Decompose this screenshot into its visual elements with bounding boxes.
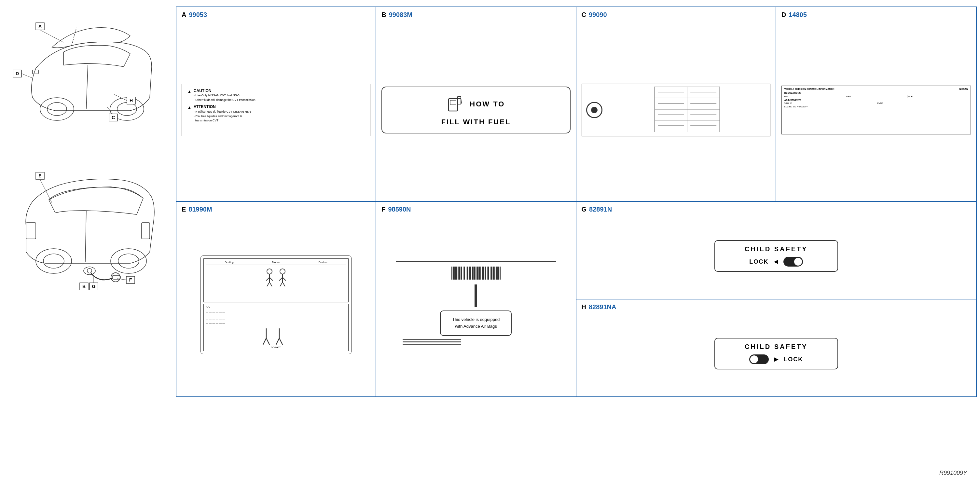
emission-title: VEHICLE EMISSION CONTROL INFORMATION (784, 88, 835, 90)
right-panel: A 99053 ▲ CAUTION - Use Only NISSAN CVT … (172, 0, 980, 483)
emission-evap: EVAP (876, 102, 969, 105)
caution-triangle-1: ▲ (187, 88, 192, 95)
svg-line-68 (283, 277, 286, 281)
sunvisor-top: Seating Motion Feature (204, 259, 348, 302)
svg-rect-98 (485, 267, 486, 280)
caution-line-1: ▲ CAUTION - Use Only NISSAN CVT fluid NS… (187, 88, 365, 103)
emission-row-1: EPA OBD FUEL (783, 95, 969, 98)
svg-rect-101 (490, 267, 490, 280)
cell-c-letter: C (582, 11, 586, 19)
svg-rect-89 (470, 267, 471, 280)
svg-line-70 (283, 282, 285, 286)
airbag-text-1: This vehicle is eqquipped (447, 316, 504, 323)
radio-inner (591, 107, 598, 113)
svg-text:G: G (92, 284, 96, 289)
cell-h-content: CHILD SAFETY ► LOCK (582, 315, 971, 392)
child-safety-label-g: CHILD SAFETY LOCK ◄ (714, 240, 838, 272)
emission-brand: NISSAN (959, 88, 968, 90)
svg-text:A: A (38, 24, 42, 29)
cell-e-content: Seating Motion Feature (181, 217, 371, 392)
svg-rect-87 (467, 267, 468, 280)
cell-a-letter: A (181, 11, 186, 19)
radio-circle (586, 102, 603, 118)
reference-code: R991009Y (939, 470, 967, 477)
emission-engine: ENGINE (784, 106, 792, 108)
label-grid: A 99053 ▲ CAUTION - Use Only NISSAN CVT … (176, 6, 977, 397)
sunvisor-do-text: — — — — — — — — — — — — — — — — — — — — … (206, 310, 346, 325)
sunvisor-bottom: DO: — — — — — — — — — — — — — — — — — — … (204, 303, 348, 351)
cell-c-content (582, 22, 770, 197)
svg-point-1 (47, 103, 67, 116)
cell-h: H 82891NA CHILD SAFETY ► (576, 299, 977, 396)
airbag-line-1 (402, 339, 461, 340)
caution-label: ▲ CAUTION - Use Only NISSAN CVT fluid NS… (181, 84, 371, 136)
svg-rect-6 (33, 70, 38, 74)
cell-b: B 99083M (376, 7, 576, 201)
svg-line-12 (21, 73, 33, 78)
emission-header: VEHICLE EMISSION CONTROL INFORMATION NIS… (783, 87, 969, 91)
sunvisor-label: Seating Motion Feature (200, 256, 352, 354)
svg-rect-91 (474, 267, 475, 280)
cs-lock-row-h: ► LOCK (722, 354, 831, 364)
svg-rect-90 (472, 267, 474, 280)
cell-b-header: B 99083M (382, 11, 570, 19)
svg-rect-97 (483, 267, 484, 280)
svg-line-25 (85, 211, 86, 262)
fuel-how-to-text: HOW TO (470, 100, 505, 108)
svg-rect-104 (495, 267, 495, 280)
cell-d: D 14805 VEHICLE EMISSION CONTROL INFORMA… (776, 7, 976, 201)
svg-point-0 (40, 98, 74, 121)
cell-a-header: A 99053 (181, 11, 371, 19)
svg-point-24 (118, 254, 139, 268)
radio-grid-svg (607, 87, 767, 132)
cell-e: E 81990M Seating Motion Feature (177, 202, 376, 396)
svg-text:B: B (82, 284, 86, 289)
svg-rect-81 (458, 267, 458, 280)
cell-c-header: C 99090 (582, 11, 770, 19)
grid-row-top: A 99053 ▲ CAUTION - Use Only NISSAN CVT … (177, 7, 976, 202)
svg-line-76 (279, 338, 283, 345)
svg-rect-105 (496, 267, 498, 280)
svg-rect-80 (456, 267, 457, 280)
svg-point-27 (87, 269, 92, 273)
cell-e-header: E 81990M (181, 206, 371, 213)
caution-line-2: ▲ ATTENTION - N'utiliser que du liquide … (187, 104, 365, 123)
emission-obd: OBD (845, 95, 907, 98)
cell-c-number: 99090 (589, 11, 607, 19)
cell-f: F 98590N (376, 202, 576, 396)
svg-rect-106 (498, 267, 499, 280)
cell-d-content: VEHICLE EMISSION CONTROL INFORMATION NIS… (781, 22, 971, 197)
emission-label: VEHICLE EMISSION CONTROL INFORMATION NIS… (781, 86, 971, 134)
fuel-top-row: HOW TO (447, 94, 505, 114)
svg-rect-83 (461, 267, 462, 280)
svg-point-59 (267, 269, 272, 274)
svg-line-75 (276, 338, 279, 345)
airbag-line-2 (402, 342, 461, 342)
cell-b-content: HOW TO FILL WITH FUEL (382, 22, 570, 197)
svg-rect-82 (459, 267, 460, 280)
car-svg-2: E F B G (6, 151, 163, 294)
svg-text:E: E (38, 173, 41, 178)
sunvisor-col2: Motion (253, 261, 299, 264)
airbag-text-2: with Advance Air Bags (447, 323, 504, 330)
svg-point-21 (36, 249, 72, 273)
cell-h-header: H 82891NA (582, 303, 971, 311)
main-container: A D H C (0, 0, 980, 483)
sunvisor-person-svg (263, 267, 289, 287)
cell-g-header: G 82891N (582, 206, 971, 213)
cell-f-header: F 98590N (382, 206, 570, 213)
svg-rect-103 (493, 267, 494, 280)
svg-line-67 (279, 277, 283, 281)
cell-f-number: 98590N (388, 206, 411, 213)
caution-title-2: ATTENTION (194, 104, 251, 110)
airbag-pole (474, 284, 477, 307)
emission-row-2: GROUP EVAP (783, 102, 969, 105)
sunvisor-leg-icons (206, 327, 346, 345)
radio-left (585, 87, 604, 133)
svg-rect-99 (487, 267, 488, 280)
airbag-label: This vehicle is eqquipped with Advance A… (396, 261, 556, 348)
sunvisor-legs-svg (261, 327, 291, 345)
emission-footer: ENGINE CC VISCOSITY (783, 105, 969, 108)
svg-rect-78 (453, 267, 454, 280)
svg-rect-79 (454, 267, 456, 280)
